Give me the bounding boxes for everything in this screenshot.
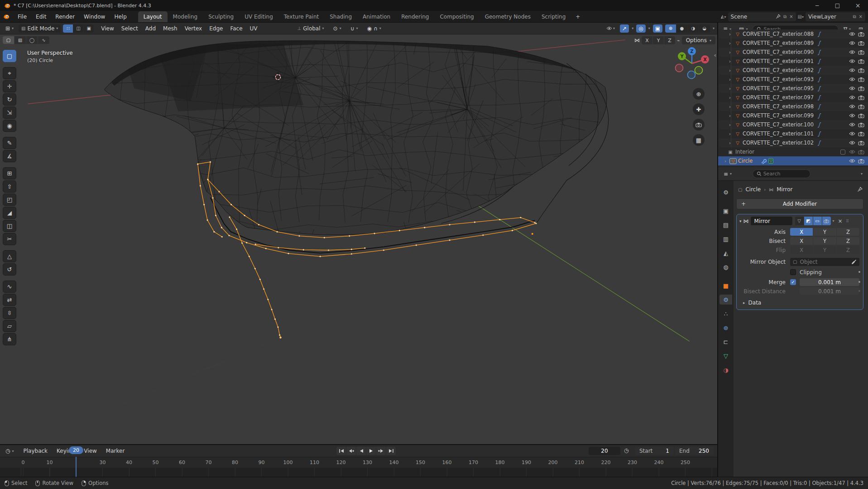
collection-checkbox[interactable] (840, 150, 845, 155)
modifier-wrench-icon[interactable] (761, 158, 767, 164)
hide-eye-icon[interactable] (849, 122, 855, 127)
breadcrumb-modifier[interactable]: Mirror (777, 186, 792, 193)
object-name[interactable]: CORVETTE_C7_exterior.093 (743, 76, 814, 82)
outliner-row[interactable]: › ▽ CORVETTE_C7_exterior.092 ∫ (718, 66, 868, 75)
tool-button[interactable]: ↻ (3, 93, 16, 106)
outliner-row[interactable]: › ▽ CORVETTE_C7_exterior.099 ∫ (718, 111, 868, 120)
tool-button[interactable]: ◢ (3, 207, 16, 219)
xray-toggle[interactable]: ▣ (653, 24, 662, 33)
disable-render-icon[interactable] (858, 41, 864, 46)
tool-button[interactable]: ⋔ (3, 333, 16, 345)
hide-eye-icon[interactable] (849, 140, 855, 145)
properties-tab[interactable]: ◭ (719, 248, 732, 258)
hide-eye-icon[interactable] (849, 131, 855, 136)
properties-tab[interactable]: ◑ (719, 365, 732, 375)
modifier-name-field[interactable]: Mirror (751, 217, 792, 225)
workspace-tab[interactable]: UV Editing (239, 11, 278, 22)
hide-eye-icon[interactable] (849, 41, 855, 45)
properties-tab[interactable]: ■ (719, 281, 732, 290)
maximize-button[interactable]: □ (827, 0, 848, 11)
flip-button[interactable]: X (790, 246, 813, 254)
bisect-distance-field[interactable]: 0.001 m (800, 287, 859, 295)
expand-icon[interactable]: › (727, 77, 733, 82)
workspace-tab[interactable]: Sculpting (203, 11, 239, 22)
ruler-tick[interactable]: 220 (593, 457, 619, 468)
ruler-tick[interactable]: 50 (142, 457, 169, 468)
hide-eye-icon[interactable] (849, 113, 855, 118)
tool-button[interactable]: ◉ (3, 120, 16, 132)
properties-tab[interactable]: ⚙ (719, 295, 732, 305)
disable-render-icon[interactable] (858, 159, 864, 164)
object-name[interactable]: CORVETTE_C7_exterior.100 (743, 121, 814, 128)
ruler-tick[interactable]: 40 (116, 457, 143, 468)
scene-icon[interactable]: ◭▾ (721, 14, 726, 19)
outliner-row[interactable]: › ▽ CORVETTE_C7_exterior.088 ∫ (718, 29, 868, 39)
bisect-button[interactable]: Z (837, 237, 859, 245)
edge-select-button[interactable]: ◫ (73, 24, 83, 33)
tool-button[interactable]: ↺ (3, 263, 16, 276)
disable-render-icon[interactable] (858, 32, 864, 37)
minimize-button[interactable]: − (807, 0, 827, 11)
viewport-menu-item[interactable]: Mesh (160, 24, 181, 33)
object-name[interactable]: CORVETTE_C7_exterior.095 (743, 85, 814, 92)
outliner-row[interactable]: › ▽ CORVETTE_C7_exterior.097 ∫ (718, 93, 868, 102)
show-gizmo-dropdown[interactable]: ▾ (604, 25, 617, 31)
ruler-tick[interactable]: 140 (381, 457, 408, 468)
tool-button[interactable]: ⌖ (3, 67, 16, 79)
workspace-tab[interactable]: Rendering (396, 11, 434, 22)
timeline-menu-item[interactable]: Playback (19, 446, 52, 455)
object-name[interactable]: CORVETTE_C7_exterior.089 (743, 40, 814, 46)
ruler-tick[interactable]: 80 (222, 457, 249, 468)
prev-keyframe-button[interactable] (346, 447, 356, 455)
expand-icon[interactable]: › (727, 49, 733, 55)
scene-selector[interactable]: Scene ⧉ × (728, 12, 796, 21)
unlink-scene-icon[interactable]: × (789, 14, 793, 19)
select-variant-button[interactable]: ▢ (3, 36, 14, 44)
data-subpanel-header[interactable]: ▸ Data (737, 296, 863, 306)
outliner-row[interactable]: › ▽ CORVETTE_C7_exterior.101 ∫ (718, 129, 868, 138)
new-viewlayer-icon[interactable]: ⧉ (853, 14, 856, 19)
tool-button[interactable]: ⇧ (3, 180, 16, 193)
object-name[interactable]: CORVETTE_C7_exterior.092 (743, 67, 814, 73)
menu-item[interactable]: Window (80, 12, 109, 21)
play-reverse-button[interactable] (356, 447, 366, 455)
overlays-toggle[interactable]: ◎ (636, 24, 645, 33)
display-editmode-toggle[interactable]: ▽ (795, 217, 804, 225)
expand-icon[interactable]: › (727, 104, 733, 110)
ruler-tick[interactable]: 200 (540, 457, 566, 468)
expand-icon[interactable]: › (727, 131, 733, 137)
expand-icon[interactable]: › (727, 140, 733, 146)
jump-to-start-button[interactable] (336, 447, 346, 455)
bisect-button[interactable]: Y (813, 237, 836, 245)
axis-button[interactable]: Y (813, 228, 836, 236)
tool-button[interactable]: △ (3, 250, 16, 262)
breadcrumb-object[interactable]: Circle (745, 186, 761, 193)
tool-button[interactable]: ▢ (3, 50, 16, 62)
sidebar-collapse-icon[interactable]: ‹ (714, 52, 716, 58)
object-name[interactable]: CORVETTE_C7_exterior.102 (743, 140, 814, 146)
disable-render-icon[interactable] (858, 131, 864, 136)
tool-button[interactable]: ◫ (3, 220, 16, 232)
bisect-button[interactable]: X (790, 237, 813, 245)
tool-button[interactable]: ✎ (3, 137, 16, 149)
viewport-menu-item[interactable]: View (98, 24, 117, 33)
properties-tab[interactable]: ⚙ (719, 187, 732, 197)
expand-icon[interactable]: › (727, 68, 733, 73)
properties-search-input[interactable] (763, 171, 806, 177)
ruler-tick[interactable]: 130 (354, 457, 381, 468)
select-variant-button[interactable]: ▧ (14, 36, 26, 44)
expand-icon[interactable]: › (727, 95, 733, 101)
disable-render-icon[interactable] (858, 50, 864, 55)
frame-end-field[interactable]: End250 (675, 447, 714, 455)
disable-render-icon[interactable] (858, 122, 864, 127)
properties-search[interactable] (753, 169, 810, 178)
tool-button[interactable]: ✛ (3, 80, 16, 92)
hide-eye-icon[interactable] (849, 59, 855, 63)
flip-button[interactable]: Z (837, 246, 859, 254)
tool-button[interactable]: ✂ (3, 233, 16, 245)
editor-type-button[interactable]: ⊞▾ (3, 24, 16, 33)
disable-render-icon[interactable] (858, 140, 864, 145)
ruler-tick[interactable]: 250 (672, 457, 699, 468)
proportional-edit-toggle[interactable]: ◉∩▾ (364, 24, 384, 33)
modifier-extras-dropdown[interactable]: ▾ (833, 219, 834, 223)
